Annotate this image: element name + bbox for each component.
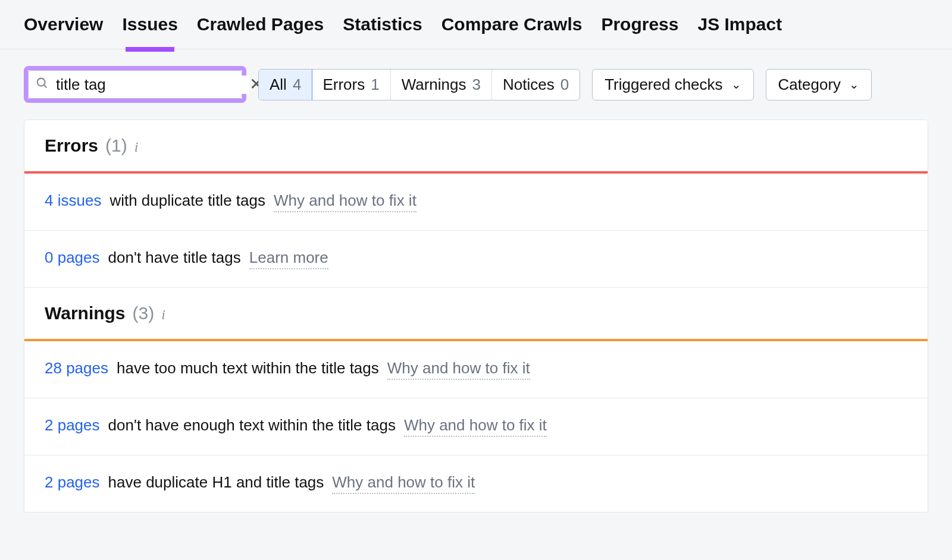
search-box: ✕ [28, 70, 242, 99]
issue-body: don't have title tags [108, 248, 241, 267]
tab-overview[interactable]: Overview [24, 14, 103, 49]
tab-compare-crawls[interactable]: Compare Crawls [441, 14, 583, 49]
issue-count-link[interactable]: 28 pages [45, 359, 108, 377]
tab-js-impact[interactable]: JS Impact [697, 14, 782, 49]
filter-errors[interactable]: Errors 1 [312, 70, 390, 100]
info-icon[interactable]: i [134, 139, 139, 155]
category-label: Category [778, 75, 841, 94]
tab-issues[interactable]: Issues [122, 14, 177, 49]
warnings-count: (3) [133, 303, 155, 323]
filter-bar: ✕ All 4 Errors 1 Warnings 3 Notices 0 Tr… [0, 49, 952, 119]
filter-warnings-label: Warnings [402, 75, 466, 94]
issue-count-link[interactable]: 4 issues [45, 191, 101, 210]
triggered-checks-label: Triggered checks [605, 75, 722, 94]
filter-errors-count: 1 [371, 75, 379, 94]
issue-count-link[interactable]: 2 pages [45, 473, 100, 492]
svg-point-0 [37, 78, 45, 86]
warnings-section-header: Warnings (3) i [24, 288, 928, 339]
filter-warnings-count: 3 [472, 75, 480, 94]
issue-row[interactable]: 2 pages don't have enough text within th… [24, 398, 928, 455]
filter-all[interactable]: All 4 [258, 69, 312, 100]
category-dropdown[interactable]: Category ⌄ [766, 69, 872, 100]
errors-title: Errors [45, 136, 98, 156]
errors-section-header: Errors (1) i [24, 120, 928, 171]
warnings-title: Warnings [45, 303, 126, 323]
issue-hint-link[interactable]: Why and how to fix it [387, 359, 530, 380]
issue-row[interactable]: 28 pages have too much text within the t… [24, 341, 928, 398]
triggered-checks-dropdown[interactable]: Triggered checks ⌄ [592, 69, 753, 100]
issue-body: have duplicate H1 and title tags [108, 473, 324, 492]
filter-all-label: All [270, 75, 287, 94]
tab-progress[interactable]: Progress [601, 14, 678, 49]
svg-line-1 [44, 85, 47, 88]
filter-errors-label: Errors [322, 75, 365, 94]
tab-statistics[interactable]: Statistics [343, 14, 422, 49]
issue-count-link[interactable]: 2 pages [45, 416, 100, 435]
chevron-down-icon: ⌄ [849, 77, 859, 92]
issue-body: with duplicate title tags [109, 191, 265, 210]
issue-hint-link[interactable]: Learn more [249, 248, 328, 269]
issue-row[interactable]: 2 pages have duplicate H1 and title tags… [24, 455, 928, 512]
filter-notices-count: 0 [560, 75, 569, 94]
tab-crawled-pages[interactable]: Crawled Pages [197, 14, 324, 49]
filter-notices[interactable]: Notices 0 [492, 70, 580, 100]
chevron-down-icon: ⌄ [731, 77, 741, 92]
issue-count-link[interactable]: 0 pages [45, 248, 100, 267]
issue-row[interactable]: 4 issues with duplicate title tags Why a… [24, 174, 928, 231]
info-icon[interactable]: i [161, 307, 165, 323]
filter-warnings[interactable]: Warnings 3 [391, 70, 492, 100]
issue-body: have too much text within the title tags [117, 359, 379, 377]
search-highlight: ✕ [24, 66, 246, 103]
search-icon [36, 77, 49, 92]
search-input[interactable] [49, 75, 249, 94]
filter-all-count: 4 [293, 75, 301, 94]
filter-notices-label: Notices [503, 75, 555, 94]
issues-panel: Errors (1) i 4 issues with duplicate tit… [24, 119, 928, 512]
issue-body: don't have enough text within the title … [108, 416, 396, 435]
errors-count: (1) [105, 136, 127, 156]
issue-hint-link[interactable]: Why and how to fix it [332, 473, 475, 494]
severity-filter: All 4 Errors 1 Warnings 3 Notices 0 [258, 69, 580, 100]
issue-hint-link[interactable]: Why and how to fix it [274, 191, 416, 212]
main-tabs: Overview Issues Crawled Pages Statistics… [0, 0, 952, 49]
issue-hint-link[interactable]: Why and how to fix it [404, 416, 547, 437]
issue-row[interactable]: 0 pages don't have title tags Learn more [24, 231, 928, 288]
